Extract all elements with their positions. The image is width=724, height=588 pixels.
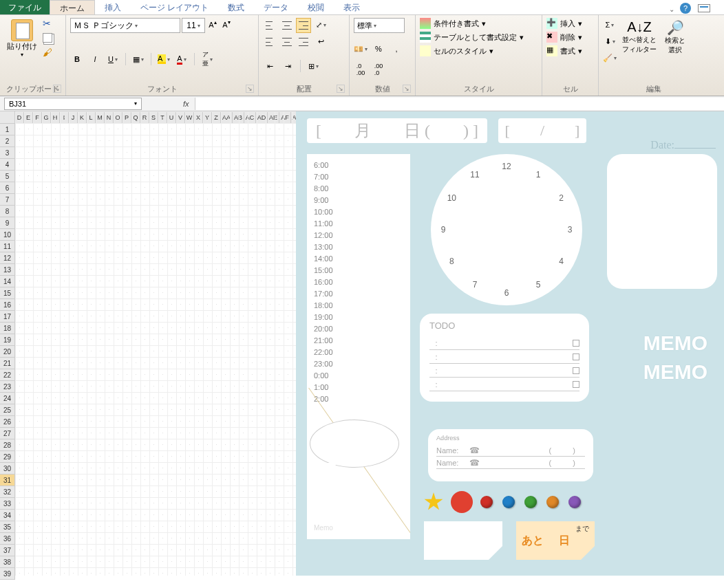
row-header-32[interactable]: 32 — [0, 486, 14, 498]
row-header-21[interactable]: 21 — [0, 358, 14, 369]
tab-data[interactable]: データ — [254, 0, 298, 14]
wrap-text-button[interactable]: ↩ — [314, 34, 328, 48]
font-size-select[interactable]: 11 — [182, 18, 205, 33]
align-bottom-left[interactable] — [263, 34, 278, 50]
row-header-18[interactable]: 18 — [0, 323, 14, 334]
clear-button[interactable]: 🧹 — [603, 51, 617, 65]
align-dialog-icon[interactable]: ↘ — [337, 85, 345, 93]
comma-button[interactable]: , — [390, 42, 403, 56]
row-header-8[interactable]: 8 — [0, 206, 14, 217]
row-header-35[interactable]: 35 — [0, 521, 14, 533]
bold-button[interactable]: B — [70, 52, 84, 66]
row-header-2[interactable]: 2 — [0, 135, 14, 147]
tab-file[interactable]: ファイル — [0, 0, 50, 14]
tab-review[interactable]: 校閲 — [298, 0, 334, 14]
row-header-9[interactable]: 9 — [0, 217, 14, 229]
tab-formula[interactable]: 数式 — [218, 0, 254, 14]
merge-button[interactable]: ⊞ — [306, 59, 320, 73]
row-header-19[interactable]: 19 — [0, 334, 14, 346]
row-header-37[interactable]: 37 — [0, 545, 14, 556]
row-header-38[interactable]: 38 — [0, 556, 14, 568]
autosum-button[interactable]: Σ — [603, 18, 617, 32]
increase-font-icon[interactable]: A▴ — [206, 19, 219, 32]
decrease-decimal-button[interactable]: .00.0 — [372, 63, 385, 76]
grid-cells[interactable] — [15, 111, 296, 576]
row-header-10[interactable]: 10 — [0, 229, 14, 241]
orientation-button[interactable]: ⤢ — [314, 18, 328, 32]
copy-icon[interactable] — [43, 33, 52, 43]
tab-home[interactable]: ホーム — [50, 0, 95, 14]
delete-cells-button[interactable]: ✖削除 ▾ — [546, 32, 594, 43]
clipboard-dialog-icon[interactable]: ↘ — [53, 85, 61, 93]
italic-button[interactable]: I — [88, 52, 102, 66]
checkbox-icon[interactable] — [573, 367, 579, 374]
increase-decimal-button[interactable]: .0.00 — [354, 63, 368, 76]
row-header-23[interactable]: 23 — [0, 381, 14, 393]
row-header-22[interactable]: 22 — [0, 369, 14, 381]
row-header-14[interactable]: 14 — [0, 276, 14, 287]
tab-insert[interactable]: 挿入 — [95, 0, 131, 14]
row-header-7[interactable]: 7 — [0, 194, 14, 206]
font-dialog-icon[interactable]: ↘ — [246, 85, 254, 93]
row-header-3[interactable]: 3 — [0, 147, 14, 159]
row-header-11[interactable]: 11 — [0, 241, 14, 252]
row-header-27[interactable]: 27 — [0, 428, 14, 439]
increase-indent-button[interactable]: ⇥ — [281, 59, 295, 73]
window-icon[interactable] — [698, 4, 710, 12]
row-header-16[interactable]: 16 — [0, 299, 14, 311]
row-header-15[interactable]: 15 — [0, 287, 14, 299]
help-icon[interactable]: ? — [680, 3, 691, 14]
find-select-button[interactable]: 🔎 検索と 選択 — [662, 18, 688, 65]
number-dialog-icon[interactable]: ↘ — [403, 85, 411, 93]
tab-layout[interactable]: ページ レイアウト — [131, 0, 218, 14]
row-header-29[interactable]: 29 — [0, 451, 14, 463]
decrease-font-icon[interactable]: A▾ — [220, 19, 233, 32]
name-box[interactable]: BJ31▾ — [4, 98, 142, 110]
checkbox-icon[interactable] — [573, 353, 579, 360]
currency-button[interactable]: 💴 — [354, 42, 368, 56]
row-header-13[interactable]: 13 — [0, 264, 14, 276]
row-header-30[interactable]: 30 — [0, 463, 14, 475]
row-header-33[interactable]: 33 — [0, 498, 14, 510]
align-bottom-center[interactable] — [279, 34, 295, 50]
format-painter-icon[interactable]: 🖌 — [43, 47, 52, 58]
format-cells-button[interactable]: ▦書式 ▾ — [546, 45, 594, 56]
percent-button[interactable]: % — [372, 42, 385, 56]
underline-button[interactable]: U — [106, 52, 120, 66]
row-header-4[interactable]: 4 — [0, 159, 14, 171]
align-top-left[interactable] — [263, 18, 278, 33]
cell-styles-button[interactable]: セルのスタイル ▾ — [420, 45, 537, 56]
checkbox-icon[interactable] — [573, 340, 579, 347]
row-header-17[interactable]: 17 — [0, 311, 14, 323]
row-header-1[interactable]: 1 — [0, 124, 14, 135]
number-format-select[interactable]: 標準 — [354, 18, 405, 33]
font-color-button[interactable]: A — [175, 52, 189, 66]
align-top-center[interactable] — [279, 18, 295, 33]
row-header-26[interactable]: 26 — [0, 416, 14, 428]
insert-cells-button[interactable]: ➕挿入 ▾ — [546, 18, 594, 29]
decrease-indent-button[interactable]: ⇤ — [263, 59, 277, 73]
sort-filter-button[interactable]: A↓Z 並べ替えと フィルター — [619, 18, 659, 65]
row-header-6[interactable]: 6 — [0, 182, 14, 194]
cut-icon[interactable]: ✂ — [43, 18, 52, 29]
fill-button[interactable]: ⬇ — [603, 34, 617, 48]
checkbox-icon[interactable] — [573, 381, 579, 388]
row-header-20[interactable]: 20 — [0, 346, 14, 358]
phonetic-button[interactable]: ア亜 — [200, 52, 214, 66]
fill-color-button[interactable]: A — [157, 52, 171, 66]
format-as-table-button[interactable]: テーブルとして書式設定 ▾ — [420, 32, 537, 43]
row-header-24[interactable]: 24 — [0, 393, 14, 404]
font-name-select[interactable]: ＭＳ Ｐゴシック — [70, 18, 180, 33]
align-top-right[interactable] — [296, 18, 311, 33]
align-bottom-right[interactable] — [296, 34, 311, 50]
fx-icon[interactable]: fx — [183, 100, 189, 108]
row-header-36[interactable]: 36 — [0, 533, 14, 545]
row-header-28[interactable]: 28 — [0, 439, 14, 451]
row-header-12[interactable]: 12 — [0, 252, 14, 264]
formula-bar[interactable] — [195, 98, 724, 110]
paste-button[interactable]: 貼り付け ▾ — [4, 18, 40, 59]
conditional-format-button[interactable]: 条件付き書式 ▾ — [420, 18, 537, 29]
row-header-31[interactable]: 31 — [0, 475, 14, 486]
border-button[interactable]: ▦ — [131, 52, 145, 66]
row-header-25[interactable]: 25 — [0, 404, 14, 416]
